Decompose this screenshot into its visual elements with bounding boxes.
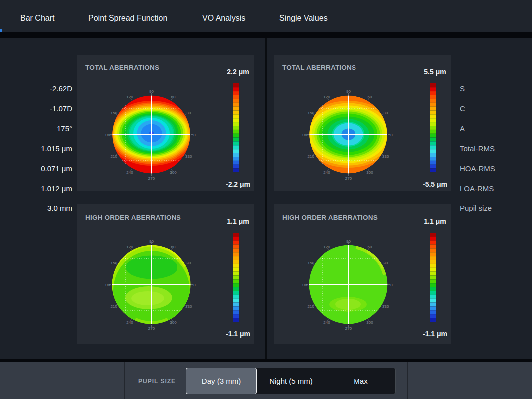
svg-text:210: 210 [308,304,315,309]
svg-text:90: 90 [149,239,154,244]
svg-text:240: 240 [323,320,330,325]
svg-text:30: 30 [186,111,191,115]
svg-text:270: 270 [148,176,155,181]
svg-text:210: 210 [111,154,118,159]
svg-text:120: 120 [323,95,330,99]
svg-text:60: 60 [368,95,372,99]
svg-text:210: 210 [308,154,315,159]
svg-text:240: 240 [126,170,133,175]
svg-text:240: 240 [323,170,330,175]
svg-text:210: 210 [111,304,118,309]
svg-text:330: 330 [382,304,389,309]
svg-text:30: 30 [383,111,388,115]
svg-text:0: 0 [390,283,393,287]
svg-text:330: 330 [185,154,192,159]
svg-text:90: 90 [346,89,351,94]
svg-text:120: 120 [126,95,133,99]
svg-text:30: 30 [383,261,388,265]
svg-text:60: 60 [171,95,176,99]
svg-text:180: 180 [302,133,309,137]
svg-text:0: 0 [193,133,196,137]
svg-text:270: 270 [148,326,155,331]
svg-text:270: 270 [345,326,352,331]
svg-text:60: 60 [368,245,372,249]
svg-text:0: 0 [390,133,393,137]
svg-text:180: 180 [302,283,309,287]
svg-text:300: 300 [366,320,373,325]
svg-text:90: 90 [346,239,351,244]
svg-text:120: 120 [126,245,133,249]
svg-text:150: 150 [308,111,315,115]
svg-text:150: 150 [308,261,315,265]
svg-text:300: 300 [170,320,177,325]
svg-text:60: 60 [171,245,176,249]
svg-text:330: 330 [185,304,192,309]
svg-text:30: 30 [186,261,191,265]
svg-text:300: 300 [366,170,373,175]
svg-text:0: 0 [193,283,196,287]
svg-text:90: 90 [149,89,154,94]
svg-text:300: 300 [170,170,177,175]
svg-text:150: 150 [111,111,118,115]
svg-text:240: 240 [126,320,133,325]
svg-text:180: 180 [105,283,112,287]
svg-text:270: 270 [345,176,352,181]
svg-text:120: 120 [323,245,330,249]
svg-text:330: 330 [382,154,389,159]
svg-text:150: 150 [111,261,118,265]
svg-text:180: 180 [105,133,112,137]
